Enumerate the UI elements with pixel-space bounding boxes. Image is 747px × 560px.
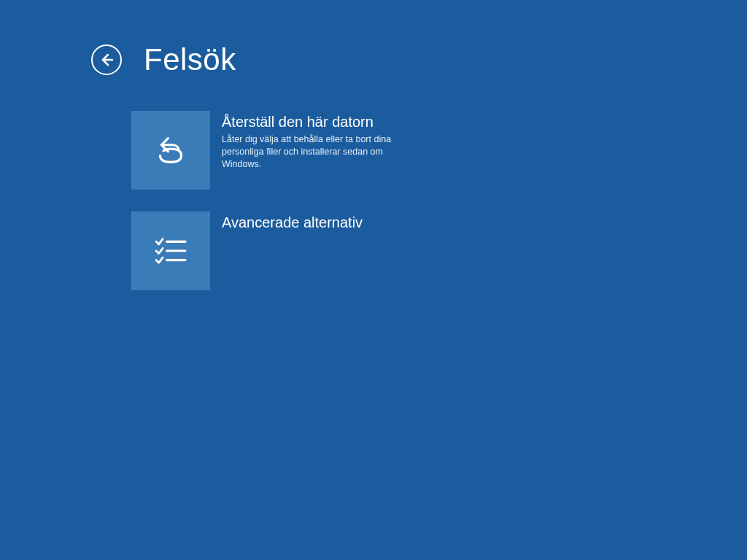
option-title: Avancerade alternativ (222, 214, 363, 231)
option-text: Återställ den här datorn Låter dig välja… (222, 111, 404, 171)
advanced-options-icon (131, 211, 210, 290)
option-advanced[interactable]: Avancerade alternativ (131, 211, 452, 290)
option-description: Låter dig välja att behålla eller ta bor… (222, 133, 404, 171)
page-title: Felsök (144, 42, 236, 77)
back-button[interactable] (91, 44, 122, 75)
option-reset-pc[interactable]: Återställ den här datorn Låter dig välja… (131, 111, 452, 190)
reset-pc-icon (131, 111, 210, 190)
arrow-left-icon (98, 51, 115, 69)
header: Felsök (0, 0, 747, 77)
options-list: Återställ den här datorn Låter dig välja… (131, 111, 747, 290)
option-title: Återställ den här datorn (222, 114, 404, 131)
option-text: Avancerade alternativ (222, 211, 363, 234)
